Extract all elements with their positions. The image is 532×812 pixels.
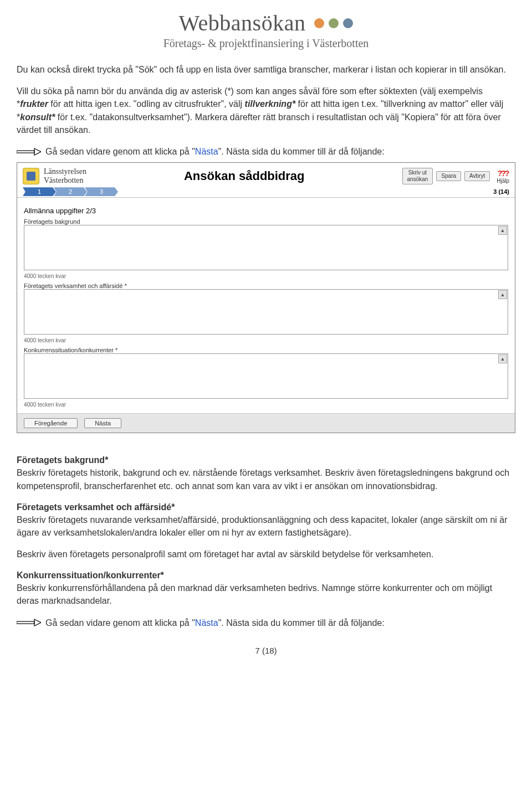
step-3[interactable]: 3 <box>85 187 118 196</box>
question-mark-icon: ??? <box>498 169 509 178</box>
field-label-affarside: Företagets verksamhet och affärsidé * <box>24 282 508 289</box>
instruction-p2: Vill du söka på namn bör du använda dig … <box>17 85 515 136</box>
heading-bakgrund: Företagets bakgrund* <box>17 455 515 465</box>
text-affarside-2: Beskriv även företagets personalprofil s… <box>17 548 515 561</box>
step-1[interactable]: 1 <box>23 187 56 196</box>
proceed-line-2: Gå sedan vidare genom att klicka på "Näs… <box>17 616 515 629</box>
field-label-konkurrens: Konkurrenssituation/konkurrenter * <box>24 347 508 353</box>
arrow-right-icon <box>17 147 41 156</box>
instruction-p1: Du kan också direkt trycka på "Sök" och … <box>17 63 515 76</box>
scroll-up-icon[interactable]: ▲ <box>498 226 507 235</box>
heading-affarside: Företagets verksamhet och affärsidé* <box>17 502 515 512</box>
dot-green-icon <box>329 18 339 28</box>
cancel-button[interactable]: Avbryt <box>464 171 490 181</box>
svg-marker-3 <box>34 619 41 626</box>
next-button[interactable]: Nästa <box>84 418 121 428</box>
app-panel: Länsstyrelsen Västerbotten Ansökan såddb… <box>17 162 515 433</box>
scroll-up-icon[interactable]: ▲ <box>498 290 507 299</box>
save-button[interactable]: Spara <box>436 171 461 181</box>
brand-subtitle: Företags- & projektfinansiering i Väster… <box>17 37 515 50</box>
svg-marker-1 <box>34 148 41 155</box>
step-indicator: 1 2 3 <box>23 187 116 196</box>
charcount-konkurrens: 4000 tecken kvar <box>24 402 508 408</box>
app-title: Ansökan såddbidrag <box>86 169 402 183</box>
arrow-right-icon <box>17 618 41 627</box>
scroll-up-icon[interactable]: ▲ <box>498 354 507 363</box>
dot-blue-icon <box>343 18 353 28</box>
crest-icon <box>23 168 39 184</box>
charcount-bakgrund: 4000 tecken kvar <box>24 273 508 279</box>
text-affarside-1: Beskriv företagets nuvarande verksamhet/… <box>17 513 515 539</box>
proceed-line-1: Gå sedan vidare genom att klicka på "Näs… <box>17 145 515 158</box>
text-bakgrund: Beskriv företagets historik, bakgrund oc… <box>17 466 515 492</box>
textarea-bakgrund[interactable] <box>24 225 508 270</box>
page-header: Webbansökan Företags- & projektfinansier… <box>17 0 515 54</box>
heading-konkurrens: Konkurrenssituation/konkurrenter* <box>17 571 515 580</box>
brand-name: Webbansökan <box>179 10 306 36</box>
text-konkurrens: Beskriv konkurrensförhållandena på den m… <box>17 582 515 607</box>
dot-orange-icon <box>314 18 324 28</box>
help-button[interactable]: ??? Hjälp <box>497 169 509 184</box>
step-page-count: 3 (14) <box>493 188 509 195</box>
field-label-bakgrund: Företagets bakgrund <box>24 218 508 225</box>
next-link: Nästa <box>195 147 218 156</box>
page-number: 7 (18) <box>17 646 515 655</box>
textarea-affarside[interactable] <box>24 289 508 335</box>
step-2[interactable]: 2 <box>54 187 87 196</box>
svg-rect-0 <box>17 151 34 153</box>
brand-dots <box>314 18 353 28</box>
org-name: Länsstyrelsen Västerbotten <box>44 167 86 185</box>
section-title: Allmänna uppgifter 2/3 <box>24 207 508 215</box>
next-link: Nästa <box>195 618 218 628</box>
textarea-konkurrens[interactable] <box>24 353 508 399</box>
svg-rect-2 <box>17 621 34 624</box>
prev-button[interactable]: Föregående <box>24 418 78 428</box>
charcount-affarside: 4000 tecken kvar <box>24 337 508 343</box>
print-button[interactable]: Skriv ut ansökan <box>402 168 433 184</box>
